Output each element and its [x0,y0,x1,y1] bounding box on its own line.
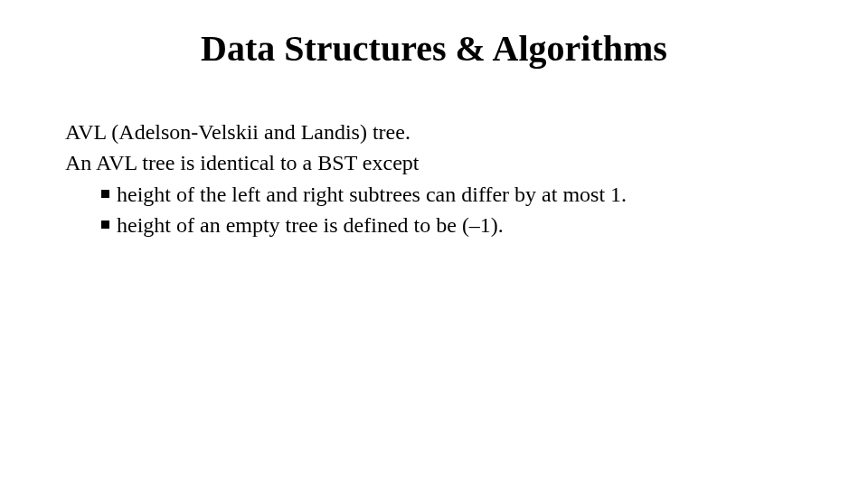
slide: Data Structures & Algorithms AVL (Adelso… [0,0,868,488]
body-line: AVL (Adelson-Velskii and Landis) tree. [65,117,803,146]
bullet-text: height of the left and right subtrees ca… [117,180,803,209]
square-bullet-icon [101,190,109,198]
slide-title: Data Structures & Algorithms [0,27,868,70]
bullet-item: height of an empty tree is defined to be… [101,211,803,239]
square-bullet-icon [101,221,109,229]
slide-body: AVL (Adelson-Velskii and Landis) tree. A… [65,117,803,242]
body-line: An AVL tree is identical to a BST except [65,148,803,177]
bullet-item: height of the left and right subtrees ca… [101,180,803,209]
bullet-text: height of an empty tree is defined to be… [117,211,803,239]
